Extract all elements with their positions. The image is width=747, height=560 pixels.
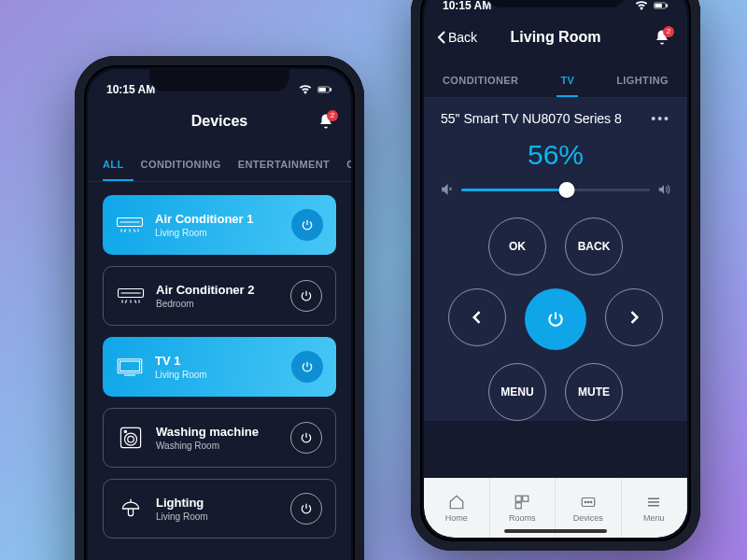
tab-all[interactable]: ALL bbox=[103, 149, 134, 181]
device-type-tabs: CONDITIONER TV LIGHTING bbox=[424, 58, 687, 98]
phone-devices: 10:15 AM Devices 2 ALL CONDITIONING ENTE… bbox=[75, 56, 364, 560]
device-list: Air Conditioner 1Living RoomAir Conditio… bbox=[88, 182, 351, 552]
mute-button[interactable]: MUTE bbox=[565, 363, 623, 421]
battery-icon bbox=[317, 85, 332, 94]
power-icon bbox=[300, 431, 313, 444]
washer-icon bbox=[117, 427, 145, 449]
svg-point-11 bbox=[125, 433, 137, 445]
device-room: Bedroom bbox=[156, 299, 279, 309]
device-power-toggle[interactable] bbox=[290, 493, 322, 525]
chevron-right-icon bbox=[625, 308, 643, 327]
devices-icon bbox=[579, 494, 598, 511]
svg-point-13 bbox=[124, 430, 126, 432]
notifications-button[interactable]: 2 bbox=[317, 113, 334, 130]
volume-up-icon bbox=[657, 183, 670, 196]
header: Devices 2 bbox=[88, 101, 351, 142]
svg-rect-1 bbox=[331, 89, 331, 91]
tab-conditioning[interactable]: CONDITIONING bbox=[141, 149, 231, 181]
device-category-tabs: ALL CONDITIONING ENTERTAINMENT CLEAN bbox=[88, 142, 351, 182]
device-power-toggle[interactable] bbox=[290, 422, 322, 454]
device-name: Washing machine bbox=[156, 425, 279, 439]
menu-button[interactable]: MENU bbox=[488, 363, 546, 421]
svg-point-22 bbox=[587, 501, 589, 503]
volume-percent: 56% bbox=[441, 139, 670, 171]
page-title: Living Room bbox=[511, 29, 601, 46]
power-button[interactable] bbox=[525, 288, 586, 350]
device-card[interactable]: TV 1Living Room bbox=[103, 337, 336, 397]
current-device-name: 55" Smart TV NU8070 Series 8 bbox=[441, 111, 622, 126]
power-icon bbox=[300, 502, 313, 515]
volume-mute-icon bbox=[441, 183, 454, 196]
page-title: Devices bbox=[191, 113, 248, 130]
power-icon bbox=[301, 218, 314, 231]
tab-lighting[interactable]: LIGHTING bbox=[613, 65, 672, 97]
power-icon bbox=[301, 360, 314, 373]
power-icon bbox=[546, 310, 565, 329]
phone-room: 10:15 AM Back Living Room 2 CONDITIONE bbox=[411, 0, 700, 551]
volume-slider[interactable] bbox=[461, 180, 650, 199]
notification-badge: 2 bbox=[327, 110, 338, 121]
remote-back-button[interactable]: BACK bbox=[565, 217, 623, 275]
back-button[interactable]: Back bbox=[437, 30, 477, 45]
header: Back Living Room 2 bbox=[424, 17, 687, 58]
wifi-icon bbox=[298, 85, 313, 94]
tv-icon bbox=[116, 356, 144, 378]
left-button[interactable] bbox=[448, 288, 506, 346]
svg-rect-18 bbox=[523, 496, 529, 501]
device-name: Lighting bbox=[156, 496, 279, 510]
device-power-toggle[interactable] bbox=[291, 209, 323, 241]
svg-rect-17 bbox=[516, 496, 522, 501]
svg-point-23 bbox=[590, 501, 592, 503]
device-name: Air Conditioner 1 bbox=[155, 212, 280, 226]
svg-rect-2 bbox=[319, 88, 326, 91]
device-card[interactable]: LightingLiving Room bbox=[103, 479, 336, 539]
tab-home[interactable]: Home bbox=[424, 478, 490, 538]
svg-rect-15 bbox=[667, 5, 668, 7]
device-room: Living Room bbox=[155, 370, 280, 380]
tab-menu[interactable]: Menu bbox=[622, 478, 688, 538]
right-button[interactable] bbox=[605, 288, 663, 346]
device-room: Washing Room bbox=[156, 441, 279, 451]
tab-cleaning[interactable]: CLEAN bbox=[346, 149, 351, 181]
power-icon bbox=[300, 289, 313, 302]
svg-point-21 bbox=[585, 501, 586, 503]
home-indicator bbox=[504, 529, 607, 533]
svg-point-12 bbox=[128, 436, 134, 442]
svg-rect-19 bbox=[516, 502, 522, 508]
tab-tv[interactable]: TV bbox=[557, 65, 578, 97]
lamp-icon bbox=[117, 497, 145, 520]
ac-icon bbox=[116, 214, 144, 236]
notifications-button[interactable]: 2 bbox=[654, 29, 670, 46]
remote-pad: OK BACK MENU MUTE bbox=[441, 217, 670, 421]
notch bbox=[149, 69, 289, 91]
svg-rect-10 bbox=[120, 427, 140, 447]
notch bbox=[486, 0, 626, 7]
tab-conditioner[interactable]: CONDITIONER bbox=[439, 65, 522, 97]
bottom-tab-bar: Home Rooms Devices Menu bbox=[424, 478, 687, 538]
device-name: TV 1 bbox=[155, 354, 280, 368]
device-card[interactable]: Air Conditioner 1Living Room bbox=[103, 195, 336, 255]
rooms-icon bbox=[513, 494, 531, 511]
notification-badge: 2 bbox=[663, 26, 674, 37]
home-icon bbox=[447, 494, 466, 511]
back-label: Back bbox=[448, 30, 477, 45]
device-room: Living Room bbox=[156, 511, 279, 522]
status-time: 10:15 AM bbox=[106, 83, 155, 96]
more-button[interactable]: ••• bbox=[651, 111, 670, 126]
wifi-icon bbox=[634, 1, 649, 10]
chevron-left-icon bbox=[437, 31, 446, 44]
device-power-toggle[interactable] bbox=[290, 280, 322, 312]
status-time: 10:15 AM bbox=[443, 0, 491, 12]
device-power-toggle[interactable] bbox=[291, 351, 323, 383]
ok-button[interactable]: OK bbox=[488, 217, 546, 275]
device-card[interactable]: Air Conditioner 2Bedroom bbox=[103, 266, 336, 326]
device-card[interactable]: Washing machineWashing Room bbox=[103, 408, 336, 468]
svg-rect-16 bbox=[655, 4, 662, 7]
battery-icon bbox=[654, 1, 669, 10]
menu-icon bbox=[644, 494, 663, 511]
tab-entertainment[interactable]: ENTERTAINMENT bbox=[238, 149, 340, 181]
svg-rect-8 bbox=[120, 361, 140, 371]
ac-icon bbox=[117, 285, 145, 307]
device-name: Air Conditioner 2 bbox=[156, 283, 279, 297]
device-room: Living Room bbox=[155, 228, 280, 238]
